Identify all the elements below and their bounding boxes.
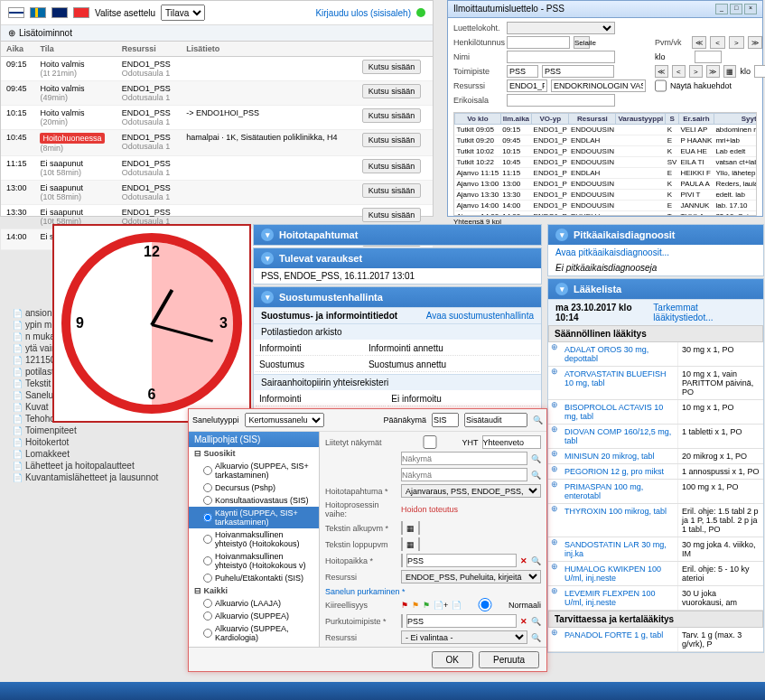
med-row[interactable]: ⊕PEGORION 12 g, pro mikst1 annospussi x … <box>548 464 763 480</box>
template-option[interactable]: Alkuarvio (SUPPEA, Kardiologia) <box>189 622 319 644</box>
chevron-down-icon[interactable]: ▾ <box>261 291 274 303</box>
select-button[interactable]: Selaile <box>574 36 590 49</box>
minimize-icon[interactable]: _ <box>715 4 728 14</box>
mainview-code-input[interactable] <box>432 413 459 427</box>
lookup-icon[interactable]: 🔍 <box>531 556 541 565</box>
yht-checkbox[interactable] <box>401 435 459 449</box>
table-row[interactable]: Ajanvo 13:3013:30ENDO1_PENDOUUSINKPIVI T… <box>455 190 758 201</box>
table-row[interactable]: Ajanvo 14:0014:00ENDO1_PENDOUUSINEJANNUK… <box>455 201 758 211</box>
date-first-button[interactable]: ≪ <box>692 36 707 49</box>
week-last-button[interactable]: ≫ <box>706 65 720 78</box>
flag-uk-icon[interactable] <box>51 7 68 18</box>
template-option[interactable]: Decursus (Pshp) <box>189 481 319 494</box>
open-diagnoses-link[interactable]: Avaa pitkäaikaisdiagnoosit... <box>555 247 669 257</box>
chevron-down-icon[interactable]: ▾ <box>261 252 274 265</box>
ok-button[interactable]: OK <box>432 651 473 668</box>
table-row[interactable]: 10:15Hoito valmis(20min)ENDO1_PSSOdotusa… <box>1 106 433 130</box>
end-date-input[interactable] <box>401 537 403 551</box>
layout-select[interactable]: Tilava <box>161 5 205 21</box>
unit-input2[interactable] <box>542 65 614 78</box>
table-row[interactable]: Tutkit 09:2009:45ENDO1_PENDLAHEP HAANKmr… <box>455 135 758 146</box>
time-from-input[interactable] <box>695 51 722 63</box>
spec-input[interactable] <box>507 94 615 107</box>
open-consent-link[interactable]: Avaa suostumustenhallinta <box>426 311 534 321</box>
table-row[interactable]: Ajanvo 14:0014:00ENDO1_PPUHELUTTUULA23.1… <box>455 211 758 217</box>
view3-input[interactable] <box>401 468 527 481</box>
template-option[interactable]: Alkuarvio (SUPPEA, SIS+ tarkastaminen) <box>189 644 319 647</box>
sidebar-item[interactable]: Toimenpiteet <box>0 425 190 436</box>
clear-icon[interactable]: ✕ <box>520 556 527 565</box>
table-row[interactable]: 10:45Hoitohuoneessa(8min)ENDO1_PSSOdotus… <box>1 130 433 156</box>
res-input[interactable] <box>507 79 547 92</box>
res-input2[interactable] <box>551 79 646 92</box>
doc-plus-icon[interactable]: 📄+ <box>434 601 448 610</box>
urgency-normal-radio[interactable] <box>465 598 505 611</box>
lookup-icon[interactable]: 🔍 <box>531 617 541 626</box>
med-row[interactable]: ⊕ATORVASTATIN BLUEFISH 10 mg, tabl10 mg … <box>548 367 763 400</box>
person-input[interactable] <box>507 36 570 49</box>
resource-select[interactable]: ENDOE_PSS, Puheluita, kirjeitä <box>401 570 541 583</box>
unit-input[interactable] <box>507 65 538 78</box>
lookup-icon[interactable]: 🔍 <box>531 471 541 480</box>
lookup-icon[interactable]: 🔍 <box>531 454 541 463</box>
template-option[interactable]: Käynti (SUPPEA, SIS+ tarkastaminen) <box>189 507 319 528</box>
week-cal-button[interactable]: ▦ <box>723 65 737 78</box>
table-row[interactable]: Tutkit 10:2210:45ENDO1_PENDOUUSINSVEILA … <box>455 157 758 168</box>
med-row[interactable]: ⊕SANDOSTATIN LAR 30 mg, inj.ka30 mg joka… <box>548 537 763 562</box>
date-last-button[interactable]: ≫ <box>748 36 763 49</box>
med-row[interactable]: ⊕HUMALOG KWIKPEN 100 U/ml, inj.nesteEril… <box>548 562 763 586</box>
med-row[interactable]: ⊕DIOVAN COMP 160/12,5 mg, tabl1 tabletti… <box>548 425 763 449</box>
call-in-button[interactable]: Kutsu sisään <box>362 183 422 198</box>
flag-red-icon[interactable]: ⚑ <box>401 601 408 610</box>
calendar-icon[interactable]: ▦ <box>406 540 415 549</box>
template-option[interactable]: Konsultaatiovastaus (SIS) <box>189 494 319 507</box>
lookup-icon[interactable]: 🔍 <box>533 415 543 425</box>
place-name-input[interactable] <box>406 554 517 567</box>
disunit-code-input[interactable] <box>401 614 403 628</box>
call-in-button[interactable]: Kutsu sisään <box>362 60 422 74</box>
week-next-button[interactable]: > <box>689 65 703 78</box>
flag-green-icon[interactable]: ⚑ <box>423 601 430 610</box>
table-row[interactable]: 13:00Ei saapunut(10t 58min)ENDO1_PSSOdot… <box>1 181 433 205</box>
extras-bar[interactable]: ⊕ Lisätoiminnot <box>1 25 433 42</box>
med-row[interactable]: ⊕MINISUN 20 mikrog, tabl20 mikrog x 1, P… <box>548 449 763 464</box>
template-option[interactable]: Hoivanmaksullinen yhteistyö (Hoitokokous… <box>189 550 319 572</box>
table-row[interactable]: Tutkit 09:0509:15ENDO1_PENDOUUSINKVELI A… <box>455 125 758 135</box>
doc-icon[interactable]: 📄 <box>452 601 462 610</box>
sidebar-item[interactable]: Kuvantamislähetteet ja lausunnot <box>0 471 190 483</box>
call-in-button[interactable]: Kutsu sisään <box>362 108 422 123</box>
dictation-type-select[interactable]: Kertomussanelu <box>245 413 324 427</box>
template-option[interactable]: Puhelu/Etäkontakti (SIS) <box>189 572 319 584</box>
sidebar-item[interactable]: Lähetteet ja hoitopalautteet <box>0 460 190 471</box>
time-to-input[interactable] <box>754 65 765 78</box>
table-row[interactable]: 09:45Hoito valmis(49min)ENDO1_PSSOdotusa… <box>1 81 433 106</box>
flag-orange-icon[interactable]: ⚑ <box>412 601 419 610</box>
flag-se-icon[interactable] <box>30 7 46 18</box>
med-details-link[interactable]: Tarkemmat lääkitystiedot... <box>653 303 756 322</box>
col-info[interactable]: Lisätieto <box>181 42 356 57</box>
med-row[interactable]: ⊕THYROXIN 100 mikrog, tablEril. ohje: 1.… <box>548 504 763 537</box>
call-in-button[interactable]: Kutsu sisään <box>362 208 422 222</box>
end-time-input[interactable] <box>418 537 420 551</box>
place-code-input[interactable] <box>401 554 403 567</box>
flag-fi-icon[interactable] <box>8 7 24 18</box>
mainview-name-input[interactable] <box>464 413 527 427</box>
template-option[interactable]: Alkuarvio (LAAJA) <box>189 597 319 610</box>
col-resource[interactable]: Resurssi <box>117 42 182 57</box>
clear-icon[interactable]: ✕ <box>520 617 527 626</box>
table-row[interactable]: Tutkit 10:0210:15ENDO1_PENDOUUSINKEUA HE… <box>455 146 758 157</box>
hide-filters-checkbox[interactable] <box>655 79 667 92</box>
col-status[interactable]: Tila <box>34 42 116 57</box>
sidebar-item[interactable]: Hoitokertot <box>0 436 190 448</box>
yht-input[interactable] <box>482 435 542 449</box>
close-icon[interactable]: × <box>744 4 757 14</box>
maximize-icon[interactable]: □ <box>730 4 742 14</box>
call-in-button[interactable]: Kutsu sisään <box>362 84 422 98</box>
name-input[interactable] <box>507 51 615 63</box>
disres-select[interactable]: - Ei valintaa - <box>401 630 527 644</box>
chevron-down-icon[interactable]: ▾ <box>555 283 568 295</box>
med-row[interactable]: ⊕BISOPROLOL ACTAVIS 10 mg, tabl10 mg x 1… <box>548 400 763 425</box>
med-row[interactable]: ⊕PRIMASPAN 100 mg, enterotabl100 mg x 1,… <box>548 480 763 504</box>
date-next-button[interactable]: > <box>729 36 744 49</box>
template-option[interactable]: Alkuarvio (SUPPEA, SIS+ tarkastaminen) <box>189 460 319 481</box>
